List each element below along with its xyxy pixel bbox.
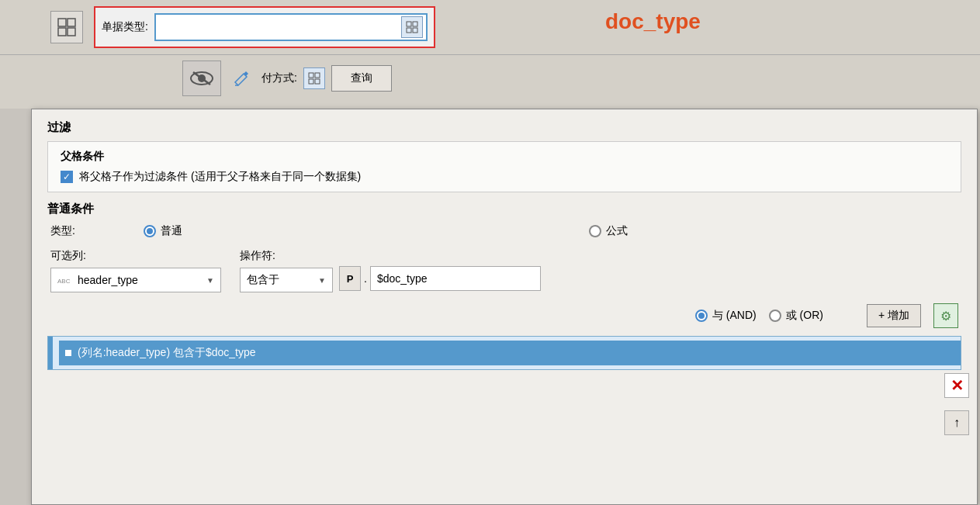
svg-rect-15 (413, 28, 417, 33)
toolbar-row2: 付方式: 查询 (0, 54, 980, 101)
delete-icon: ✕ (951, 376, 964, 395)
radio-and-inner (698, 313, 705, 319)
svg-line-18 (193, 72, 210, 85)
checkbox-row: ✓ 将父格子作为过滤条件 (适用于父子格来自于同一个数据集) (61, 170, 948, 184)
right-action-buttons: ✕ ↑ (944, 373, 969, 435)
svg-rect-20 (309, 73, 313, 78)
grid-icon-btn[interactable] (50, 11, 83, 43)
normal-conditions-section: 普通条件 类型: 普通 公式 (47, 202, 961, 328)
column-dropdown-arrow: ▼ (206, 276, 214, 285)
filter-dialog: 过滤 父格条件 ✓ 将父格子作为过滤条件 (适用于父子格来自于同一个数据集) 普… (31, 109, 978, 505)
radio-normal-inner (147, 228, 153, 234)
value-header-spacer (339, 249, 958, 261)
svg-rect-23 (315, 79, 320, 84)
checkbox-check-icon: ✓ (63, 172, 71, 182)
doc-type-field-box: 单据类型: (94, 6, 435, 48)
radio-or-outer (769, 310, 781, 322)
radio-and[interactable]: 与 (AND) (695, 309, 757, 323)
radio-or-label: 或 (OR) (786, 309, 823, 323)
radio-and-outer (695, 310, 708, 322)
radio-normal[interactable]: 普通 (144, 224, 182, 238)
condition-row-marker (65, 350, 71, 356)
condition-expression-area: (列名:header_type) 包含于$doc_type (47, 336, 961, 370)
svg-rect-13 (413, 22, 417, 26)
dot-separator: . (364, 272, 367, 285)
condition-row-item[interactable]: (列名:header_type) 包含于$doc_type (59, 341, 961, 365)
radio-formula-outer (589, 225, 601, 237)
condition-row-wrapper: (列名:header_type) 包含于$doc_type (59, 341, 961, 365)
parent-filter-checkbox[interactable]: ✓ (61, 171, 73, 183)
move-up-button[interactable]: ↑ (944, 410, 969, 435)
operator-selected-value: 包含于 (247, 273, 279, 287)
toolbar-row1: 单据类型: doc_type (0, 0, 980, 54)
dialog-title: 过滤 (32, 109, 977, 141)
spacer (944, 401, 969, 407)
selectable-columns-section: 可选列: ABC header_type ▼ (50, 249, 221, 292)
doc-type-label: 单据类型: (102, 20, 148, 34)
add-button[interactable]: + 增加 (867, 304, 921, 327)
svg-text:ABC: ABC (57, 278, 71, 285)
payment-dropdown-btn[interactable] (303, 67, 325, 89)
svg-rect-11 (68, 28, 75, 36)
value-section: P . (339, 249, 958, 291)
logic-row: 与 (AND) 或 (OR) + 增加 ⚙ (47, 303, 961, 328)
col-header: 可选列: (50, 249, 221, 263)
parent-condition-section: 父格条件 ✓ 将父格子作为过滤条件 (适用于父子格来自于同一个数据集) (47, 141, 961, 192)
payment-label: 付方式: (261, 71, 297, 85)
svg-rect-10 (58, 28, 66, 36)
doc-type-annotation: doc_type (605, 9, 701, 34)
column-selected-value: header_type (78, 274, 138, 286)
value-input-field[interactable] (370, 266, 541, 291)
operator-dropdown-arrow: ▼ (318, 276, 326, 285)
normal-title: 普通条件 (47, 202, 961, 216)
radio-formula[interactable]: 公式 (589, 224, 628, 238)
p-button[interactable]: P (339, 266, 361, 291)
radio-or[interactable]: 或 (OR) (769, 309, 823, 323)
svg-rect-14 (407, 28, 411, 33)
parent-section-title: 父格条件 (61, 150, 948, 170)
condition-left-bar (48, 337, 53, 369)
up-arrow-icon: ↑ (954, 416, 960, 430)
operator-dropdown[interactable]: 包含于 ▼ (240, 268, 333, 292)
radio-normal-label: 普通 (161, 224, 182, 238)
svg-rect-22 (309, 79, 313, 84)
edit-icon-btn[interactable] (227, 64, 255, 92)
svg-rect-8 (58, 19, 66, 26)
delete-condition-button[interactable]: ✕ (944, 373, 969, 398)
eye-icon-btn[interactable] (182, 61, 221, 96)
type-label: 类型: (50, 224, 144, 238)
radio-normal-outer (144, 225, 156, 237)
svg-rect-9 (68, 19, 75, 26)
doc-type-input-area[interactable] (154, 13, 428, 41)
type-radio-group: 普通 公式 (144, 224, 628, 238)
query-button[interactable]: 查询 (331, 65, 392, 92)
doc-type-dropdown-btn[interactable] (401, 16, 423, 38)
gear-button[interactable]: ⚙ (933, 303, 958, 328)
radio-and-label: 与 (AND) (712, 309, 757, 323)
type-row: 类型: 普通 公式 (47, 224, 961, 238)
column-dropdown[interactable]: ABC header_type ▼ (50, 268, 221, 292)
toolbar-area: 单据类型: doc_type (0, 0, 980, 109)
svg-rect-21 (315, 73, 320, 78)
svg-rect-12 (407, 22, 411, 26)
operator-header: 操作符: (240, 249, 333, 263)
operator-section: 操作符: 包含于 ▼ (240, 249, 333, 292)
radio-formula-label: 公式 (606, 224, 628, 238)
value-input-row: P . (339, 266, 958, 291)
condition-row-text: (列名:header_type) 包含于$doc_type (78, 346, 256, 360)
parent-filter-label: 将父格子作为过滤条件 (适用于父子格来自于同一个数据集) (79, 170, 361, 184)
columns-operator-row: 可选列: ABC header_type ▼ 操作符: 包含于 ▼ (47, 249, 961, 292)
